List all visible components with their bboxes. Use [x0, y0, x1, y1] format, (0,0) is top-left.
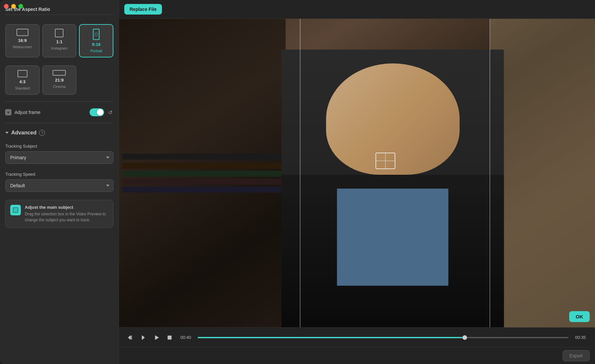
- cinema-ratio: 21:9: [55, 78, 63, 83]
- adjust-frame-toggle[interactable]: [90, 108, 104, 116]
- progress-thumb[interactable]: [462, 335, 467, 340]
- crop-line-left: [300, 19, 300, 327]
- advanced-header[interactable]: Advanced ?: [5, 130, 113, 136]
- export-section: Export: [119, 347, 595, 364]
- aspect-card-standard[interactable]: 4:3 Standard: [5, 65, 40, 95]
- end-time-display: 00:35: [573, 335, 588, 340]
- adjust-frame-row: Adjust frame ↺: [5, 108, 113, 116]
- tracking-subject-field: Tracking Subject Primary Secondary All: [5, 141, 113, 164]
- aspect-ratio-grid-bottom: 4:3 Standard 21:9 Cinema: [5, 65, 113, 95]
- current-time-display: 00:40: [178, 335, 194, 340]
- bookshelf-left: [119, 19, 286, 327]
- widescreen-icon: [17, 29, 28, 36]
- adjust-frame-label: Adjust frame: [15, 110, 86, 115]
- book-5: [122, 187, 282, 193]
- play-button[interactable]: [152, 333, 161, 342]
- info-card-title: Adjust the main subject: [25, 205, 108, 210]
- divider-1: [5, 101, 113, 102]
- tracking-speed-select[interactable]: Default Slow Fast: [5, 179, 113, 192]
- widescreen-ratio: 16:9: [18, 38, 27, 43]
- tracking-subject-select-container: Primary Secondary All: [5, 151, 113, 164]
- minimize-button[interactable]: [11, 4, 16, 9]
- aspect-card-instagram[interactable]: 1:1 Instagram: [42, 24, 77, 57]
- traffic-lights: [4, 4, 23, 9]
- sidebar: Set the Aspect Ratio 16:9 Widescreen 1:1…: [0, 0, 119, 364]
- book-1: [122, 154, 282, 160]
- tracking-subject-label: Tracking Subject: [5, 144, 113, 149]
- svg-rect-4: [131, 336, 132, 340]
- svg-marker-2: [128, 336, 130, 340]
- cinema-name: Cinema: [53, 85, 66, 89]
- book-2: [122, 163, 282, 169]
- standard-ratio: 4:3: [19, 79, 25, 84]
- adjust-frame-icon: [5, 109, 11, 115]
- svg-rect-8: [168, 336, 172, 340]
- tracking-speed-label: Tracking Speed: [5, 172, 113, 177]
- advanced-title: Advanced: [11, 130, 36, 136]
- aspect-card-cinema[interactable]: 21:9 Cinema: [42, 65, 77, 95]
- instagram-name: Instagram: [51, 46, 67, 50]
- aspect-ratio-grid-top: 16:9 Widescreen 1:1 Instagram 9:16 Portr…: [5, 24, 113, 57]
- replace-file-button[interactable]: Replace File: [124, 4, 162, 15]
- info-card-content: Adjust the main subject Drag the selecti…: [25, 205, 108, 223]
- divider-2: [5, 123, 113, 123]
- person-area: [262, 19, 524, 327]
- book-4: [122, 179, 282, 185]
- instagram-icon: [55, 29, 63, 37]
- instagram-ratio: 1:1: [56, 39, 62, 44]
- help-icon[interactable]: ?: [39, 130, 45, 136]
- info-card: Adjust the main subject Drag the selecti…: [5, 200, 113, 228]
- export-button[interactable]: Export: [563, 350, 590, 361]
- stop-button[interactable]: [165, 333, 174, 342]
- video-frame: OK: [119, 19, 595, 327]
- body-silhouette: [281, 50, 504, 327]
- svg-rect-6: [142, 336, 142, 340]
- main-content: Replace File: [119, 0, 595, 364]
- video-scene: OK: [119, 19, 595, 327]
- portrait-ratio: 9:16: [92, 42, 100, 47]
- tracking-box[interactable]: [376, 153, 395, 169]
- tracking-subject-select[interactable]: Primary Secondary All: [5, 151, 113, 164]
- widescreen-name: Widescreen: [13, 45, 32, 49]
- video-preview-area: OK: [119, 19, 595, 327]
- info-card-icon: [10, 205, 21, 215]
- chevron-down-icon: [5, 132, 9, 134]
- video-container: OK: [119, 19, 595, 327]
- tracking-speed-select-container: Default Slow Fast: [5, 179, 113, 192]
- cinema-icon: [53, 70, 66, 76]
- info-card-desc: Drag the selection box in the Video Prev…: [25, 211, 108, 223]
- book-3: [122, 171, 282, 177]
- ok-button[interactable]: OK: [569, 311, 590, 322]
- tracking-icon: [13, 207, 18, 213]
- progress-fill: [198, 337, 465, 338]
- crop-line-right: [490, 19, 490, 327]
- maximize-button[interactable]: [19, 4, 23, 9]
- step-back-button[interactable]: [126, 333, 135, 342]
- aspect-card-widescreen[interactable]: 16:9 Widescreen: [5, 24, 40, 57]
- svg-rect-3: [130, 336, 131, 340]
- aspect-card-portrait[interactable]: 9:16 Portrait: [79, 24, 113, 57]
- playback-bar: 00:40 00:35: [119, 327, 595, 347]
- tracking-speed-field: Tracking Speed Default Slow Fast: [5, 169, 113, 192]
- portrait-icon: [93, 29, 99, 40]
- shirt-area: [337, 189, 449, 286]
- close-button[interactable]: [4, 4, 9, 9]
- portrait-name: Portrait: [90, 49, 102, 53]
- svg-marker-5: [142, 336, 145, 340]
- standard-name: Standard: [15, 86, 30, 90]
- svg-marker-7: [155, 335, 159, 340]
- toggle-container: ↺: [90, 108, 113, 116]
- toggle-knob: [97, 109, 103, 116]
- reset-icon[interactable]: ↺: [107, 109, 113, 116]
- svg-rect-1: [7, 111, 9, 113]
- progress-bar[interactable]: [198, 337, 569, 338]
- step-forward-button[interactable]: [139, 333, 148, 342]
- standard-icon: [18, 70, 27, 77]
- toolbar: Replace File: [119, 0, 595, 19]
